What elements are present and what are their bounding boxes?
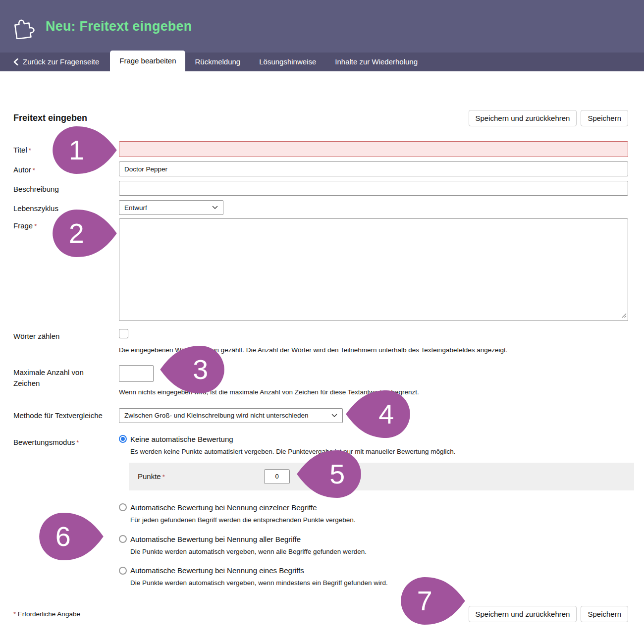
form-title: Freitext eingeben xyxy=(13,113,87,123)
puzzle-icon xyxy=(11,13,37,39)
save-and-return-button-top[interactable]: Speichern und zurückkehren xyxy=(469,110,577,126)
autor-input[interactable] xyxy=(119,161,628,176)
required-asterisk: * xyxy=(33,166,35,174)
save-button-top[interactable]: Speichern xyxy=(581,110,628,126)
max-zeichen-label: Maximale Anzahl von Zeichen xyxy=(13,365,119,389)
tab-inhalte-zur-wiederholung[interactable]: Inhalte zur Wiederholung xyxy=(325,53,427,71)
chevron-left-icon xyxy=(13,58,18,65)
radio-icon xyxy=(119,503,127,511)
max-zeichen-input[interactable] xyxy=(119,365,154,382)
main-content: Freitext eingeben Speichern und zurückke… xyxy=(0,110,644,622)
frage-label: Frage* xyxy=(13,218,119,231)
radio-help: Für jeden gefundenen Begriff werden die … xyxy=(130,516,628,525)
max-zeichen-help: Wenn nichts eingegeben wird, ist die max… xyxy=(119,388,628,397)
lebenszyklus-select[interactable]: Entwurf xyxy=(119,200,223,215)
bewertungsmodus-label: Bewertungsmodus* xyxy=(13,435,119,448)
methode-label: Methode für Textvergleiche xyxy=(13,408,119,421)
titel-input[interactable] xyxy=(119,141,628,157)
punkte-panel: Punkte* xyxy=(129,463,634,490)
radio-icon xyxy=(119,535,127,543)
methode-selected-value: Zwischen Groß- und Kleinschreibung wird … xyxy=(124,412,308,419)
tab-frage-bearbeiten[interactable]: Frage bearbeiten xyxy=(110,51,185,71)
tab-bar: Zurück zur Fragenseite Frage bearbeiten … xyxy=(0,53,644,71)
page-title: Neu: Freitext eingeben xyxy=(46,19,192,34)
punkte-input[interactable] xyxy=(264,469,290,484)
woerter-zaehlen-checkbox[interactable] xyxy=(119,329,128,338)
woerter-zaehlen-help: Die eingegebenen Wörter werden gezählt. … xyxy=(119,346,628,355)
back-link-label: Zurück zur Fragenseite xyxy=(23,53,99,71)
tab-rueckmeldung[interactable]: Rückmeldung xyxy=(185,53,250,71)
required-asterisk: * xyxy=(162,473,165,481)
woerter-zaehlen-label: Wörter zählen xyxy=(13,329,119,342)
resize-handle-icon[interactable] xyxy=(621,311,627,320)
radio-keine-automatische-bewertung[interactable]: Keine automatische Bewertung xyxy=(119,435,628,443)
beschreibung-label: Beschreibung xyxy=(13,182,119,195)
methode-select[interactable]: Zwischen Groß- und Kleinschreibung wird … xyxy=(119,408,343,423)
radio-bewertung-einzelner-begriffe[interactable]: Automatische Bewertung bei Nennung einze… xyxy=(119,503,628,512)
chevron-down-icon xyxy=(212,206,218,210)
required-asterisk: * xyxy=(34,222,37,230)
lebenszyklus-label: Lebenszyklus xyxy=(13,201,119,214)
radio-icon xyxy=(119,435,127,443)
app-header: Neu: Freitext eingeben xyxy=(0,0,644,53)
radio-help: Es werden keine Punkte automatisiert ver… xyxy=(130,447,628,457)
beschreibung-input[interactable] xyxy=(119,181,628,196)
required-asterisk: * xyxy=(76,439,79,446)
frage-textarea[interactable] xyxy=(119,218,628,321)
lebenszyklus-selected-value: Entwurf xyxy=(124,204,147,212)
tab-loesungshinweise[interactable]: Lösungshinweise xyxy=(250,53,325,71)
radio-icon xyxy=(119,567,127,575)
chevron-down-icon xyxy=(331,414,337,418)
autor-label: Autor* xyxy=(13,162,119,175)
titel-label: Titel* xyxy=(13,143,119,156)
radio-bewertung-aller-begriffe[interactable]: Automatische Bewertung bei Nennung aller… xyxy=(119,535,628,543)
required-note: * Erforderliche Angabe xyxy=(13,610,80,618)
save-and-return-button-bottom[interactable]: Speichern und zurückkehren xyxy=(469,606,577,622)
back-to-question-page-link[interactable]: Zurück zur Fragenseite xyxy=(13,53,110,71)
radio-help: Die Punkte werden automatisch vergeben, … xyxy=(130,579,628,588)
radio-help: Die Punkte werden automatisch vergeben, … xyxy=(130,547,628,557)
punkte-label: Punkte* xyxy=(138,472,264,481)
required-asterisk: * xyxy=(29,147,31,154)
radio-bewertung-eines-begriffs[interactable]: Automatische Bewertung bei Nennung eines… xyxy=(119,566,628,575)
save-button-bottom[interactable]: Speichern xyxy=(581,606,628,622)
